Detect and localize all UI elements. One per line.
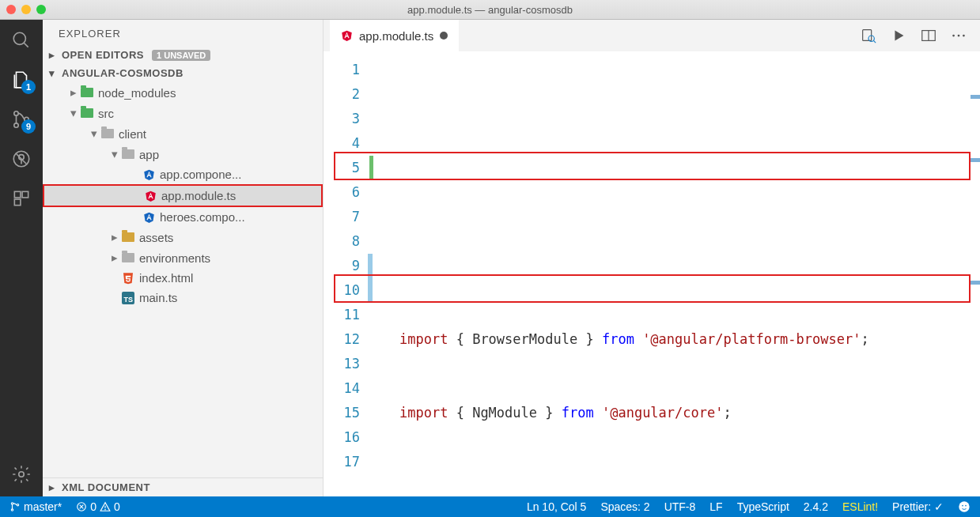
status-eol[interactable]: LF	[709, 500, 722, 513]
chevron-right-icon: ▸	[109, 251, 120, 265]
svg-point-30	[962, 505, 963, 507]
git-branch-icon	[9, 501, 21, 512]
open-editors-label: OPEN EDITORS	[62, 49, 144, 61]
settings-gear-icon[interactable]	[10, 463, 32, 485]
sidebar-explorer: EXPLORER ▸ OPEN EDITORS 1 UNSAVED ▾ ANGU…	[43, 20, 324, 496]
svg-point-19	[958, 35, 960, 37]
folder-icon	[81, 88, 93, 97]
close-window-icon[interactable]	[6, 5, 16, 14]
activity-bar: 1 9	[0, 20, 43, 496]
status-ts-version[interactable]: 2.4.2	[804, 500, 828, 513]
tree-label: app	[139, 148, 159, 161]
chevron-right-icon: ▸	[49, 49, 59, 61]
code-content[interactable]: import { BrowserModule } from '@angular/…	[371, 51, 980, 496]
xml-document-section[interactable]: ▸ XML DOCUMENT	[43, 477, 323, 496]
svg-point-3	[14, 123, 18, 127]
editor-area: app.module.ts 123 456 789 101112 131415 …	[324, 20, 980, 496]
scm-badge: 9	[21, 119, 36, 134]
editor-tab-app-module[interactable]: app.module.ts	[330, 20, 459, 51]
status-encoding[interactable]: UTF-8	[664, 500, 696, 513]
window-controls	[6, 5, 46, 14]
error-icon	[76, 501, 87, 512]
tree-file-heroes-component[interactable]: heroes.compo...	[43, 207, 323, 227]
tree-folder-app[interactable]: ▾ app	[43, 144, 323, 164]
warning-icon	[100, 501, 111, 512]
project-name: ANGULAR-COSMOSDB	[62, 67, 184, 79]
explorer-icon[interactable]: 1	[10, 69, 32, 91]
minimap[interactable]	[969, 51, 980, 496]
svg-point-28	[105, 509, 106, 510]
editor-tabs: app.module.ts	[324, 20, 980, 51]
tree-folder-node-modules[interactable]: ▸ node_modules	[43, 82, 323, 103]
tree-label: app.module.ts	[161, 189, 236, 202]
svg-point-21	[11, 503, 13, 504]
split-editor-icon[interactable]	[920, 27, 937, 44]
status-eslint[interactable]: ESLint!	[842, 500, 878, 513]
chevron-down-icon: ▾	[68, 106, 79, 120]
svg-point-29	[959, 501, 969, 511]
unsaved-badge: 1 UNSAVED	[152, 50, 210, 61]
smiley-icon	[958, 500, 971, 513]
tree-label: node_modules	[98, 86, 176, 100]
svg-rect-13	[863, 30, 872, 41]
xml-document-label: XML DOCUMENT	[62, 481, 150, 493]
source-control-icon[interactable]: 9	[10, 108, 32, 130]
tree-label: src	[98, 107, 114, 120]
more-icon[interactable]	[950, 27, 967, 44]
window-title: app.module.ts — angular-cosmosdb	[407, 4, 573, 16]
maximize-window-icon[interactable]	[36, 5, 46, 14]
svg-point-12	[19, 472, 25, 477]
status-bar: master* 0 0 Ln 10, Col 5 Spaces: 2 UTF-8…	[0, 496, 980, 517]
tree-file-index-html[interactable]: index.html	[43, 268, 323, 288]
folder-icon	[122, 253, 134, 262]
svg-rect-9	[14, 191, 21, 198]
tree-label: environments	[139, 251, 210, 265]
open-editors-section[interactable]: ▸ OPEN EDITORS 1 UNSAVED	[43, 46, 323, 64]
tab-label: app.module.ts	[359, 29, 433, 43]
explorer-badge: 1	[21, 80, 36, 94]
status-feedback-icon[interactable]	[958, 500, 971, 513]
editor-actions	[860, 27, 980, 44]
svg-line-1	[24, 43, 28, 47]
tree-file-main-ts[interactable]: TS main.ts	[43, 288, 323, 308]
tree-folder-client[interactable]: ▾ client	[43, 123, 323, 144]
folder-icon	[122, 149, 134, 159]
tree-file-app-component[interactable]: app.compone...	[43, 164, 323, 184]
folder-icon	[101, 129, 114, 138]
tree-folder-assets[interactable]: ▸ assets	[43, 227, 323, 247]
status-language[interactable]: TypeScript	[737, 500, 789, 513]
tree-folder-src[interactable]: ▾ src	[43, 103, 323, 123]
chevron-down-icon: ▾	[89, 126, 100, 141]
status-prettier[interactable]: Prettier: ✓	[892, 500, 944, 513]
run-icon[interactable]	[890, 27, 907, 44]
status-problems[interactable]: 0 0	[76, 500, 120, 513]
tree-label: heroes.compo...	[160, 210, 245, 224]
sidebar-title: EXPLORER	[43, 20, 323, 46]
chevron-down-icon: ▾	[109, 147, 120, 161]
code-editor[interactable]: 123 456 789 101112 131415 1617 import { …	[324, 51, 980, 496]
svg-rect-11	[14, 199, 21, 206]
folder-icon	[81, 108, 93, 118]
extensions-icon[interactable]	[10, 187, 32, 209]
search-icon[interactable]	[10, 29, 32, 51]
status-indentation[interactable]: Spaces: 2	[600, 500, 649, 513]
status-branch[interactable]: master*	[9, 500, 62, 513]
svg-rect-10	[22, 191, 28, 198]
chevron-right-icon: ▸	[49, 481, 59, 493]
debug-icon[interactable]	[10, 148, 32, 170]
tree-file-app-module[interactable]: app.module.ts	[43, 184, 323, 207]
project-section[interactable]: ▾ ANGULAR-COSMOSDB	[43, 64, 323, 82]
angular-icon	[145, 190, 157, 202]
find-in-file-icon[interactable]	[860, 27, 877, 44]
svg-line-15	[873, 40, 876, 43]
minimize-window-icon[interactable]	[21, 5, 31, 14]
chevron-down-icon: ▾	[49, 67, 59, 79]
chevron-right-icon: ▸	[109, 230, 120, 244]
titlebar: app.module.ts — angular-cosmosdb	[0, 0, 980, 20]
svg-point-20	[963, 35, 965, 37]
tree-folder-environments[interactable]: ▸ environments	[43, 247, 323, 268]
svg-point-2	[14, 111, 18, 115]
svg-point-22	[11, 509, 13, 511]
status-cursor-position[interactable]: Ln 10, Col 5	[527, 500, 587, 513]
angular-icon	[143, 211, 155, 224]
